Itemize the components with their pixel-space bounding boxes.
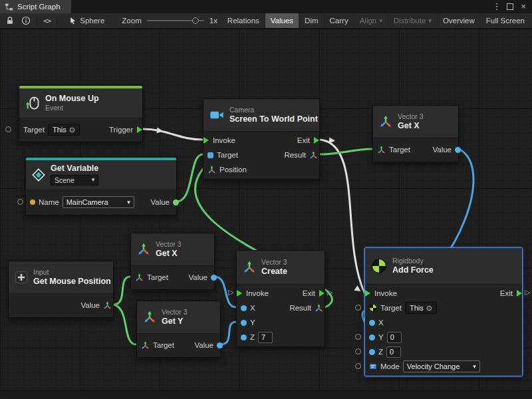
node-screen-to-world-point[interactable]: Camera Screen To World Point Invoke Exit… — [203, 98, 320, 180]
maximize-icon[interactable] — [505, 1, 515, 12]
port-stub-get-variable-name[interactable] — [17, 199, 23, 205]
node-get-variable[interactable]: Get Variable Scene ▾ Name MainCamera ▾ V… — [25, 157, 177, 215]
zoom-label: Zoom — [122, 17, 141, 25]
invoke-port[interactable] — [203, 137, 209, 144]
graph-context[interactable]: Sphere — [69, 17, 104, 25]
port-stub-add-force-target[interactable] — [355, 305, 361, 311]
relations-button[interactable]: Relations — [221, 13, 265, 28]
node-title: Get X — [398, 122, 424, 131]
target-port-label: Target — [380, 304, 402, 312]
port-stub-create-invoke[interactable]: ▷ — [228, 289, 233, 296]
port-stub-on-mouse-up-target[interactable] — [5, 126, 11, 132]
target-port[interactable] — [141, 341, 150, 350]
code-icon[interactable]: <> — [40, 13, 54, 28]
exit-port[interactable] — [517, 290, 522, 297]
carry-button[interactable]: Carry — [324, 13, 354, 28]
value-port[interactable] — [103, 301, 112, 310]
z-value-input[interactable]: 7 — [258, 332, 273, 343]
node-add-force[interactable]: Rigidbody Add Force Invoke Exit Target T… — [364, 247, 523, 376]
overview-button[interactable]: Overview — [437, 13, 480, 28]
exit-port[interactable] — [314, 137, 319, 144]
menu-icon[interactable]: ⋮ — [492, 1, 501, 12]
distribute-button[interactable]: Distribute▾ — [388, 13, 437, 28]
z-port[interactable] — [369, 349, 375, 355]
invoke-port[interactable] — [365, 290, 370, 297]
x-port[interactable] — [241, 305, 247, 311]
node-title: Get Variable — [51, 164, 98, 174]
port-stub-add-force-exit[interactable]: ▷ — [525, 289, 530, 296]
node-category: Camera — [229, 106, 313, 114]
node-get-x-mid[interactable]: Vector 3 Get X Target Value — [130, 233, 215, 290]
y-port-label: Y — [250, 319, 255, 327]
name-port[interactable] — [30, 200, 35, 205]
toolbar-buttons: Relations Values Dim Carry Align▾ Distri… — [221, 13, 530, 28]
target-port[interactable] — [135, 273, 144, 282]
target-port[interactable] — [207, 152, 213, 158]
target-value-chip[interactable]: This ⊙ — [405, 302, 437, 314]
value-port[interactable] — [211, 275, 217, 281]
node-get-x-top[interactable]: Vector 3 Get X Target Value — [372, 105, 459, 162]
node-on-mouse-up[interactable]: On Mouse Up Event Target This ⊙ Trigger — [19, 85, 143, 142]
target-value: This — [53, 126, 66, 134]
node-vector3-create[interactable]: Vector 3 Create Invoke Exit X Result — [236, 250, 325, 347]
port-stub-add-force-y[interactable] — [355, 334, 361, 340]
invoke-port[interactable] — [237, 290, 242, 297]
node-get-y[interactable]: Vector 3 Get Y Target Value — [136, 301, 221, 358]
mode-port-label: Mode — [380, 362, 400, 370]
node-get-mouse-position[interactable]: Input Get Mouse Position Value — [8, 261, 114, 318]
mode-enum-icon[interactable] — [369, 362, 377, 370]
variable-scope-dropdown[interactable]: Scene ▾ — [51, 175, 98, 186]
align-button[interactable]: Align▾ — [354, 13, 388, 28]
port-stub-add-force-mode[interactable] — [355, 363, 361, 369]
exit-port-label: Exit — [303, 289, 315, 297]
zoom-slider[interactable] — [147, 16, 204, 25]
port-stub-add-force-z[interactable] — [355, 348, 361, 354]
mode-dropdown[interactable]: Velocity Change ▾ — [403, 360, 480, 372]
lock-icon[interactable] — [2, 13, 18, 28]
window-controls: ⋮ × — [492, 0, 532, 13]
values-button[interactable]: Values — [265, 13, 299, 28]
fullscreen-button[interactable]: Full Screen — [480, 13, 530, 28]
x-port-label: X — [378, 319, 384, 327]
trigger-port[interactable] — [137, 126, 142, 133]
node-title: Get X — [156, 249, 182, 259]
info-icon[interactable] — [18, 13, 34, 28]
variable-name-dropdown[interactable]: MainCamera ▾ — [63, 196, 134, 208]
zoom-slider-handle[interactable] — [192, 17, 199, 24]
y-port[interactable] — [369, 334, 375, 340]
result-port[interactable] — [315, 304, 323, 313]
zoom-control: Zoom 1x — [122, 16, 217, 25]
tab-script-graph[interactable]: Script Graph — [0, 0, 71, 13]
close-icon[interactable]: × — [519, 1, 528, 12]
input-dpad-icon — [15, 271, 28, 284]
port-row-mode: Mode Velocity Change ▾ — [365, 359, 522, 374]
result-port[interactable] — [309, 151, 318, 160]
variable-name-value: MainCamera — [66, 198, 108, 206]
target-value-chip[interactable]: This ⊙ — [48, 124, 80, 136]
port-row-target-result: Target Result — [203, 148, 319, 162]
target-port[interactable] — [377, 146, 386, 154]
invoke-port-label: Invoke — [246, 289, 269, 297]
value-port-label: Value — [194, 341, 213, 349]
value-port[interactable] — [217, 342, 223, 348]
z-value-input[interactable]: 0 — [386, 346, 401, 358]
target-icon: ⊙ — [426, 305, 432, 312]
port-row-x: X — [365, 315, 522, 330]
chevron-down-icon: ▾ — [127, 200, 130, 205]
target-port[interactable] — [369, 304, 377, 312]
target-value: This — [410, 304, 424, 312]
port-stub-create-exit[interactable]: ▷ — [327, 289, 332, 296]
value-port[interactable] — [455, 147, 461, 153]
result-port-label: Result — [284, 151, 306, 159]
z-port[interactable] — [241, 334, 247, 340]
x-port[interactable] — [369, 320, 375, 326]
dim-button[interactable]: Dim — [299, 13, 323, 28]
y-port[interactable] — [241, 320, 247, 326]
value-port[interactable] — [173, 200, 179, 205]
exit-port[interactable] — [319, 290, 325, 297]
y-value-input[interactable]: 0 — [387, 332, 402, 343]
port-row-z: Z 7 — [237, 330, 325, 344]
graph-toolbar: <> Sphere Zoom 1x Relations Values Dim C… — [0, 13, 532, 29]
position-port[interactable] — [207, 166, 216, 174]
node-header: Rigidbody Add Force — [365, 248, 522, 284]
